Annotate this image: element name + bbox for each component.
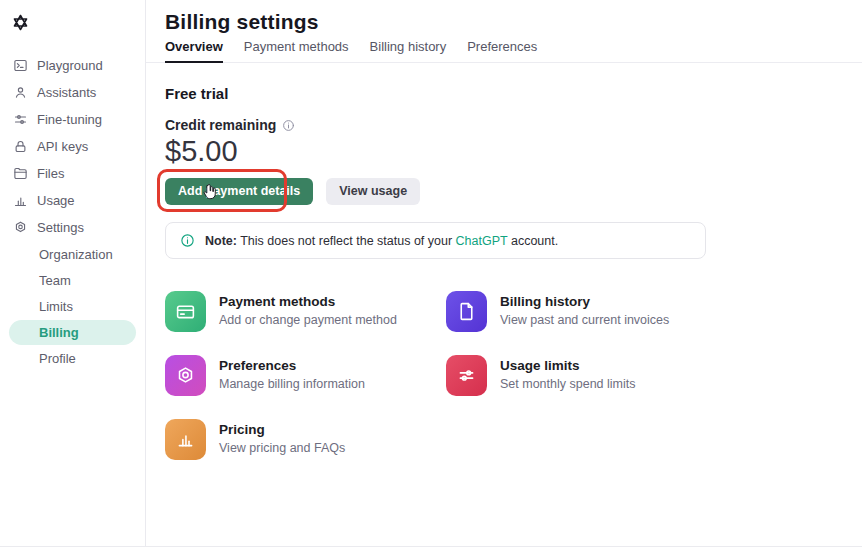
- credit-remaining-label: Credit remaining: [165, 117, 276, 133]
- sidebar-subitem-label: Billing: [39, 325, 79, 340]
- gear-icon: [165, 355, 206, 396]
- tab-overview[interactable]: Overview: [165, 39, 223, 63]
- credit-card-icon: [165, 291, 206, 332]
- bar-chart-icon: [165, 419, 206, 460]
- assistants-icon: [13, 85, 28, 100]
- sidebar-item-assistants[interactable]: Assistants: [0, 79, 145, 106]
- free-trial-heading: Free trial: [165, 85, 228, 102]
- tab-billing-history[interactable]: Billing history: [370, 39, 447, 63]
- sidebar-item-label: Usage: [37, 193, 75, 208]
- note-body: This does not reflect the status of your: [237, 234, 456, 248]
- card-preferences[interactable]: Preferences Manage billing information: [165, 355, 437, 396]
- sidebar-item-playground[interactable]: Playground: [0, 52, 145, 79]
- add-payment-details-button[interactable]: Add payment details: [165, 178, 313, 205]
- card-title: Payment methods: [219, 294, 397, 309]
- openai-logo-icon: [10, 12, 31, 33]
- main-content: Billing settings Overview Payment method…: [146, 0, 862, 547]
- api-keys-icon: [13, 139, 28, 154]
- playground-icon: [13, 58, 28, 73]
- card-subtitle: Set monthly spend limits: [500, 377, 635, 391]
- fine-tuning-icon: [13, 112, 28, 127]
- card-subtitle: View past and current invoices: [500, 313, 669, 327]
- sidebar-item-label: Files: [37, 166, 64, 181]
- sidebar-item-usage[interactable]: Usage: [0, 187, 145, 214]
- sidebar-item-label: Playground: [37, 58, 103, 73]
- credit-amount: $5.00: [165, 135, 238, 168]
- sidebar-subitem-label: Profile: [39, 351, 76, 366]
- credit-remaining-row: Credit remaining: [165, 117, 295, 133]
- page-title: Billing settings: [165, 10, 319, 34]
- card-title: Billing history: [500, 294, 669, 309]
- tab-preferences[interactable]: Preferences: [467, 39, 537, 63]
- sliders-icon: [446, 355, 487, 396]
- shortcut-cards-grid: Payment methods Add or change payment me…: [165, 291, 727, 460]
- sidebar-item-label: Settings: [37, 220, 84, 235]
- sidebar-subitem-label: Organization: [39, 247, 113, 262]
- sidebar-subitem-billing[interactable]: Billing: [9, 320, 136, 345]
- note-suffix: account.: [507, 234, 558, 248]
- note-banner: Note: This does not reflect the status o…: [165, 222, 706, 259]
- sidebar: Playground Assistants Fine-tuning API ke…: [0, 0, 146, 546]
- card-subtitle: View pricing and FAQs: [219, 441, 345, 455]
- credit-info-icon[interactable]: [282, 119, 295, 132]
- card-payment-methods[interactable]: Payment methods Add or change payment me…: [165, 291, 437, 332]
- view-usage-button[interactable]: View usage: [326, 178, 420, 205]
- sidebar-subitem-profile[interactable]: Profile: [9, 346, 136, 371]
- button-row: Add payment details View usage: [165, 178, 420, 205]
- card-subtitle: Add or change payment method: [219, 313, 397, 327]
- invoice-icon: [446, 291, 487, 332]
- card-subtitle: Manage billing information: [219, 377, 365, 391]
- sidebar-nav: Playground Assistants Fine-tuning API ke…: [0, 52, 145, 371]
- card-usage-limits[interactable]: Usage limits Set monthly spend limits: [446, 355, 718, 396]
- note-info-icon: [180, 233, 195, 248]
- sidebar-subitem-limits[interactable]: Limits: [9, 294, 136, 319]
- card-title: Preferences: [219, 358, 365, 373]
- sidebar-subitem-label: Limits: [39, 299, 73, 314]
- card-pricing[interactable]: Pricing View pricing and FAQs: [165, 419, 437, 460]
- sidebar-subitem-team[interactable]: Team: [9, 268, 136, 293]
- chatgpt-link[interactable]: ChatGPT: [456, 234, 508, 248]
- sidebar-item-label: Fine-tuning: [37, 112, 102, 127]
- sidebar-item-api-keys[interactable]: API keys: [0, 133, 145, 160]
- billing-settings-page: { "sidebar": { "items": [ { "label": "Pl…: [0, 0, 862, 547]
- settings-icon: [13, 220, 28, 235]
- note-text: Note: This does not reflect the status o…: [205, 234, 558, 248]
- sidebar-item-label: API keys: [37, 139, 88, 154]
- card-billing-history[interactable]: Billing history View past and current in…: [446, 291, 718, 332]
- sidebar-item-files[interactable]: Files: [0, 160, 145, 187]
- note-prefix: Note:: [205, 234, 237, 248]
- card-title: Usage limits: [500, 358, 635, 373]
- sidebar-item-label: Assistants: [37, 85, 96, 100]
- tab-bar: Overview Payment methods Billing history…: [146, 39, 862, 63]
- sidebar-item-settings[interactable]: Settings: [0, 214, 145, 241]
- sidebar-subitem-label: Team: [39, 273, 71, 288]
- files-icon: [13, 166, 28, 181]
- card-title: Pricing: [219, 422, 345, 437]
- usage-icon: [13, 193, 28, 208]
- tab-payment-methods[interactable]: Payment methods: [244, 39, 349, 63]
- sidebar-subitem-organization[interactable]: Organization: [9, 242, 136, 267]
- sidebar-item-fine-tuning[interactable]: Fine-tuning: [0, 106, 145, 133]
